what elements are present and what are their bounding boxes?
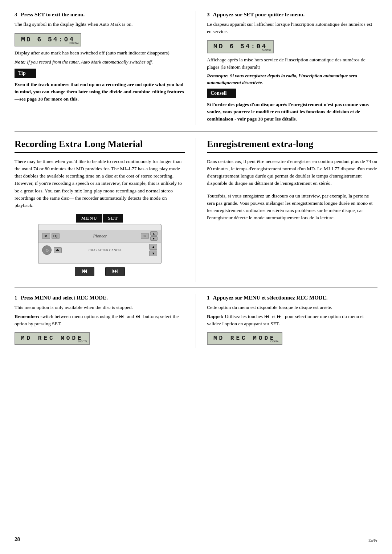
bot-left-body1: This menu option is only available when … <box>15 304 185 311</box>
conseil-content: Si l'ordre des plages d'un disque après … <box>207 101 377 123</box>
step3-heading-left: 3 Press SET to exit the menu. <box>15 11 185 19</box>
lcd-rec-text-right: MD REC MODE <box>213 334 276 342</box>
brand-label: Pioneer <box>93 233 107 239</box>
bot-right-col: 1 Appuyez sur MENU et sélectionnez REC M… <box>196 294 377 348</box>
bottom-section: 1 Press MENU and select REC MODE. This m… <box>15 287 377 348</box>
mid-right-col: Enregistrement extra-long Dans certains … <box>196 138 377 282</box>
lang-indicator: En/Fr <box>368 538 377 543</box>
menu-btn[interactable]: M <box>42 233 50 239</box>
top-right-col: 3 Appuyez sur SET pour quitter le menu. … <box>196 11 377 125</box>
top-right-body1: Le drapeau apparaît sur l'afficheur lors… <box>207 21 377 35</box>
note-left: Note: If you record from the tuner, Auto… <box>15 58 185 66</box>
remember-text2: and <box>127 314 134 319</box>
bot-left-col: 1 Press MENU and select REC MODE. This m… <box>15 294 196 348</box>
note-text-left: If you record from the tuner, Auto Mark … <box>27 59 153 65</box>
menu-label: MENU <box>76 214 102 222</box>
bot-right-rappel: Rappel: Utilisez les touches ⏮ et ⏭ pour… <box>207 313 377 327</box>
device-top-row: M EQ Pioneer C ▲ ▼ <box>38 230 161 243</box>
bot-left-remember: Remember: switch between menu options us… <box>15 313 185 327</box>
down-btn[interactable]: ▼ <box>150 236 158 241</box>
top-section: 3 Press SET to exit the menu. The flag s… <box>15 11 377 132</box>
prev-icon-fr: ⏮ <box>264 313 272 319</box>
step1-heading-left: 1 Press MENU and select REC MODE. <box>15 294 185 302</box>
step1-title-right: Appuyez sur MENU et sélectionnez REC MOD… <box>213 295 327 301</box>
lcd-display-right: MD 6 54:04 DIGITAL <box>207 37 377 56</box>
top-left-body1: The flag symbol in the display lights wh… <box>15 21 185 28</box>
step3-num-left: 3 <box>15 12 17 17</box>
step1-title-left: Press MENU and select REC MODE. <box>21 295 108 301</box>
mid-right-body1: Dans certains cas, il peut être nécessai… <box>207 158 377 187</box>
prev-icon-text: ⏮ <box>119 313 127 319</box>
set-label: SET <box>103 214 123 222</box>
rappel-text: Utilisez les touches <box>225 314 263 319</box>
standby-btn[interactable]: ⏻ <box>42 245 52 255</box>
prev-btn[interactable]: ⏮ <box>75 267 94 276</box>
lcd-rec-badge-right: DIGITAL <box>270 340 280 343</box>
note-label-left: Note: <box>15 59 26 65</box>
conseil-section: Conseil Si l'ordre des plages d'un disqu… <box>207 89 377 123</box>
lcd-rec-badge-left: DIGITAL <box>78 340 88 343</box>
top-left-col: 3 Press SET to exit the menu. The flag s… <box>15 11 196 125</box>
c-btn[interactable]: C <box>141 233 149 239</box>
remember-text: switch between menu options using the <box>41 314 118 319</box>
tip-content: Even if the track numbers that end up on… <box>15 81 185 103</box>
next-btn[interactable]: ⏭ <box>105 267 125 276</box>
remarque-section: Remarque: Si vous enregistrez depuis la … <box>207 73 377 86</box>
lcd-display-left: MD 6 54:04 DIGITAL <box>15 30 185 49</box>
middle-section: Recording Extra Long Material There may … <box>15 138 377 282</box>
up-btn[interactable]: ▲ <box>150 231 158 236</box>
mid-right-heading: Enregistrement extra-long <box>207 138 377 152</box>
step3-title-right: Appuyez sur SET pour quitter le menu. <box>213 12 305 17</box>
transport-buttons: ⏮ ⏭ <box>75 267 125 276</box>
step3-heading-right: 3 Appuyez sur SET pour quitter le menu. <box>207 11 377 19</box>
conseil-label: Conseil <box>207 89 236 98</box>
mid-left-heading: Recording Extra Long Material <box>15 138 185 152</box>
step1-num-left: 1 <box>15 295 17 301</box>
step1-heading-right: 1 Appuyez sur MENU et sélectionnez REC M… <box>207 294 377 302</box>
eq-btn[interactable]: EQ <box>52 233 60 239</box>
eject-btn[interactable]: ⏏ <box>54 247 62 253</box>
lcd-text-left: MD 6 54:04 <box>21 35 75 44</box>
device-section: MENU SET M EQ Pioneer C ▲ <box>15 214 185 276</box>
rappel-label: Rappel: <box>207 314 224 319</box>
remember-label: Remember: <box>15 314 39 319</box>
lcd-text-right: MD 6 54:04 <box>213 42 267 51</box>
lcd-rec-text-left: MD REC MODE <box>21 334 83 342</box>
page-number: 28 <box>15 535 20 543</box>
page: 3 Press SET to exit the menu. The flag s… <box>0 0 392 554</box>
right-down-btn[interactable]: ▼ <box>149 250 157 256</box>
lcd-rec-left: MD REC MODE DIGITAL <box>15 329 185 347</box>
page-footer: 28 En/Fr <box>15 530 377 543</box>
rappel-text2: et <box>272 314 276 319</box>
device-mid-row: ⏻ ⏏ CHARACTER CANCEL ▲ ▼ <box>38 243 161 258</box>
right-up-btn[interactable]: ▲ <box>149 244 157 250</box>
menu-set-labels: MENU SET <box>76 214 123 222</box>
lcd-rec-right: MD REC MODE DIGITAL <box>207 329 377 347</box>
lcd-badge-left: DIGITAL <box>69 41 79 45</box>
mid-left-col: Recording Extra Long Material There may … <box>15 138 196 282</box>
next-icon-fr: ⏭ <box>277 313 285 319</box>
top-left-body2: Display after auto mark has been switche… <box>15 49 185 57</box>
device-controls-label: CHARACTER CANCEL <box>89 248 122 253</box>
step1-num-right: 1 <box>207 295 210 301</box>
device-illustration: M EQ Pioneer C ▲ ▼ <box>38 224 162 264</box>
tip-section: Tip Even if the track numbers that end u… <box>15 69 185 103</box>
tip-label: Tip <box>15 69 36 78</box>
step3-title-left: Press SET to exit the menu. <box>21 12 85 17</box>
top-right-body2: Affichage après la mise hors service de … <box>207 56 377 70</box>
mid-right-body2: Toutefois, si vous enregistrez un discou… <box>207 192 377 222</box>
bot-right-body1: Cette option du menu est disponible lors… <box>207 304 377 311</box>
next-icon-text: ⏭ <box>135 313 143 319</box>
lcd-badge-right: DIGITAL <box>262 49 271 52</box>
mid-left-body: There may be times when you'd like to be… <box>15 158 185 209</box>
remarque-label: Remarque: <box>207 73 229 78</box>
step3-num-right: 3 <box>207 12 210 17</box>
remarque-text: Si vous enregistrez depuis la radio, l'i… <box>207 73 357 85</box>
